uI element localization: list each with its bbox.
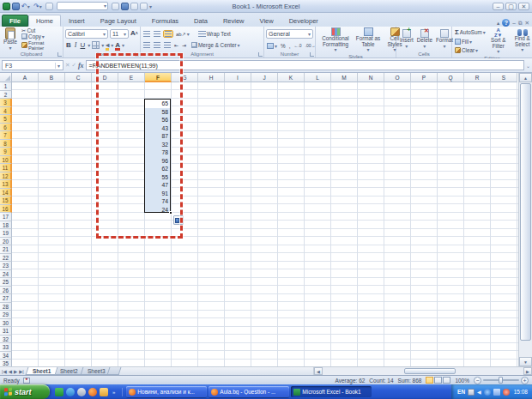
cell-F15[interactable]: 74	[145, 197, 170, 206]
language-indicator[interactable]: EN	[457, 389, 465, 395]
row-header-31[interactable]: 31	[0, 327, 12, 336]
minimize-button[interactable]: –	[493, 3, 504, 10]
selected-range[interactable]: 6558564387327896625547917424	[144, 99, 171, 213]
formula-input[interactable]: =RANDBETWEEN(11;99)	[86, 60, 524, 70]
row-header-26[interactable]: 26	[0, 287, 12, 295]
page-break-view-icon[interactable]	[443, 377, 450, 384]
zoom-slider-thumb[interactable]	[499, 377, 503, 384]
cell-F7[interactable]: 87	[145, 132, 170, 141]
undo-button[interactable]: ↶▾	[21, 3, 32, 10]
workbook-minimize-icon[interactable]: –	[512, 20, 516, 26]
column-header-C[interactable]: C	[65, 73, 92, 82]
top-align-button[interactable]	[142, 31, 151, 37]
close-button[interactable]: ✕	[518, 3, 529, 10]
cell-F4[interactable]: 58	[145, 108, 170, 117]
row-header-5[interactable]: 5	[0, 115, 12, 124]
column-header-D[interactable]: D	[92, 73, 118, 82]
first-sheet-icon[interactable]: |◀	[2, 369, 7, 374]
firefox-quick-launch-icon[interactable]	[88, 388, 97, 396]
row-header-8[interactable]: 8	[0, 140, 12, 148]
row-header-24[interactable]: 24	[0, 270, 12, 279]
underline-button[interactable]: U	[79, 41, 86, 49]
column-header-L[interactable]: L	[305, 73, 331, 82]
zoom-slider[interactable]	[483, 379, 519, 381]
row-header-1[interactable]: 1	[0, 82, 12, 91]
name-box[interactable]: F3▾	[2, 60, 63, 70]
qat-button-2[interactable]	[112, 3, 119, 10]
row-header-2[interactable]: 2	[0, 91, 12, 100]
autofill-options-button[interactable]: ▾	[173, 215, 184, 225]
cell-F16[interactable]: 24	[145, 206, 170, 215]
zoom-out-button[interactable]: −	[474, 377, 481, 384]
cell-F8[interactable]: 32	[145, 141, 170, 149]
qat-button-4[interactable]	[130, 3, 138, 10]
select-all-corner[interactable]	[0, 73, 12, 82]
row-header-4[interactable]: 4	[0, 107, 12, 116]
qat-button-5[interactable]	[140, 3, 148, 10]
conditional-formatting-button[interactable]: Conditional Formatting▾	[317, 27, 354, 53]
fill-button[interactable]: Fill▾	[454, 39, 487, 45]
column-header-O[interactable]: O	[384, 73, 411, 82]
help-icon[interactable]: ?	[502, 19, 510, 27]
sheet-tab-sheet1[interactable]: Sheet1	[25, 367, 57, 375]
column-header-Q[interactable]: Q	[438, 73, 464, 82]
column-header-I[interactable]: I	[225, 73, 251, 82]
font-family-combo[interactable]: Calibri▾	[65, 29, 108, 39]
last-sheet-icon[interactable]: ▶|	[19, 369, 24, 374]
column-header-S[interactable]: S	[491, 73, 517, 82]
insert-function-icon[interactable]: fx	[78, 62, 84, 70]
fill-handle[interactable]	[169, 211, 172, 215]
cell-F5[interactable]: 56	[145, 116, 170, 124]
save-button[interactable]	[12, 3, 20, 10]
maximize-button[interactable]: ▢	[505, 3, 517, 10]
cell-F9[interactable]: 78	[145, 148, 170, 157]
qat-combo-box[interactable]	[57, 2, 108, 10]
cell-F11[interactable]: 62	[145, 165, 170, 173]
column-header-H[interactable]: H	[198, 73, 225, 82]
enter-formula-icon[interactable]: ✓	[71, 62, 76, 69]
cell-F10[interactable]: 96	[145, 157, 170, 166]
copy-button[interactable]: Copy▾	[21, 33, 61, 39]
number-dialog-launcher[interactable]	[310, 52, 314, 57]
row-header-23[interactable]: 23	[0, 262, 12, 270]
ribbon-tab-view[interactable]: View	[252, 15, 281, 27]
tray-icon-blue[interactable]	[484, 389, 491, 396]
align-left-button[interactable]	[142, 42, 151, 48]
next-sheet-icon[interactable]: ▶	[14, 369, 17, 374]
comma-style-button[interactable]: ,	[288, 43, 292, 49]
cell-F6[interactable]: 43	[145, 124, 170, 133]
decrease-decimal-button[interactable]: .00→	[305, 43, 317, 48]
insert-cells-button[interactable]: Insert▾	[398, 27, 415, 51]
column-header-M[interactable]: M	[331, 73, 358, 82]
row-header-20[interactable]: 20	[0, 238, 12, 246]
cell-F13[interactable]: 47	[145, 181, 170, 190]
middle-align-button[interactable]	[153, 31, 161, 37]
expand-formula-bar-icon[interactable]: ⌄	[526, 63, 530, 69]
row-header-32[interactable]: 32	[0, 336, 12, 344]
row-header-13[interactable]: 13	[0, 180, 12, 189]
ribbon-tab-review[interactable]: Review	[215, 15, 252, 27]
column-header-K[interactable]: K	[278, 73, 305, 82]
page-layout-view-icon[interactable]	[434, 377, 442, 384]
hide-icons-arrow-icon[interactable]: ◀	[477, 389, 481, 396]
row-header-27[interactable]: 27	[0, 294, 12, 303]
row-header-15[interactable]: 15	[0, 196, 12, 205]
merge-center-button[interactable]: Merge & Center▾	[190, 42, 240, 48]
clipboard-dialog-launcher[interactable]	[57, 52, 62, 57]
italic-button[interactable]: I	[74, 41, 78, 49]
row-header-35[interactable]: 35	[0, 360, 12, 366]
increase-decimal-button[interactable]: ←.0	[293, 43, 302, 48]
wrap-text-button[interactable]: Wrap Text	[197, 31, 232, 37]
tray-icon-notes[interactable]	[493, 389, 500, 396]
ribbon-tab-formulas[interactable]: Formulas	[144, 15, 186, 27]
cancel-formula-icon[interactable]: ✕	[65, 62, 70, 69]
increase-indent-button[interactable]: ⇥	[181, 42, 187, 48]
orientation-button[interactable]: ab↗▾	[175, 31, 190, 37]
font-size-combo[interactable]: 11▾	[110, 29, 129, 39]
row-header-11[interactable]: 11	[0, 164, 12, 172]
bold-button[interactable]: B	[65, 41, 72, 49]
row-header-9[interactable]: 9	[0, 148, 12, 156]
quick-launch-icon-1[interactable]	[55, 388, 63, 396]
align-right-button[interactable]	[163, 42, 172, 48]
start-button[interactable]: start	[0, 384, 50, 399]
